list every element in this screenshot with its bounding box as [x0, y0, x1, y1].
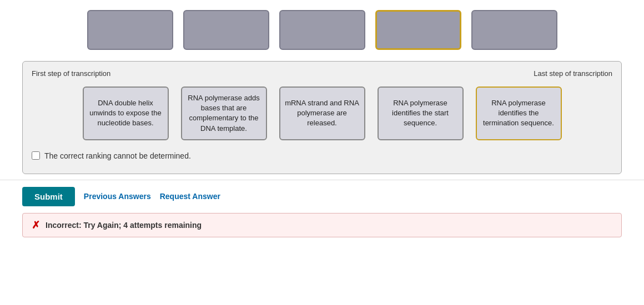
ranking-container: First step of transcription Last step of…: [22, 61, 622, 174]
feedback-text: Incorrect: Try Again; 4 attempts remaini…: [46, 221, 202, 230]
bottom-bar: Submit Previous Answers Request Answer: [0, 180, 644, 213]
ranking-card-3[interactable]: mRNA strand and RNA polymerase are relea…: [279, 87, 365, 140]
drop-slot-1[interactable]: [87, 10, 173, 50]
drop-slot-3[interactable]: [279, 10, 365, 50]
drop-slot-5[interactable]: [471, 10, 557, 50]
cannot-determine-checkbox[interactable]: [32, 151, 40, 160]
ranking-card-4[interactable]: RNA polymerase identifies the start sequ…: [378, 87, 464, 140]
cannot-determine-label: The correct ranking cannot be determined…: [44, 151, 191, 160]
feedback-icon: ✗: [32, 219, 40, 231]
first-step-label: First step of transcription: [32, 69, 110, 78]
ranking-cards: DNA double helix unwinds to expose the n…: [23, 81, 621, 146]
drop-slot-4[interactable]: [375, 10, 461, 50]
ranking-labels: First step of transcription Last step of…: [23, 67, 621, 81]
ranking-card-1[interactable]: DNA double helix unwinds to expose the n…: [83, 87, 169, 140]
previous-answers-link[interactable]: Previous Answers: [84, 192, 151, 201]
feedback-bar: ✗ Incorrect: Try Again; 4 attempts remai…: [22, 213, 622, 237]
ranking-card-5[interactable]: RNA polymerase identifies the terminatio…: [476, 87, 562, 140]
last-step-label: Last step of transcription: [534, 69, 612, 78]
cannot-determine-row: The correct ranking cannot be determined…: [23, 146, 621, 162]
submit-button[interactable]: Submit: [22, 187, 75, 206]
request-answer-link[interactable]: Request Answer: [160, 192, 220, 201]
drop-slots-area: [0, 0, 644, 55]
drop-slot-2[interactable]: [183, 10, 269, 50]
ranking-card-2[interactable]: RNA polymerase adds bases that are compl…: [181, 87, 267, 140]
